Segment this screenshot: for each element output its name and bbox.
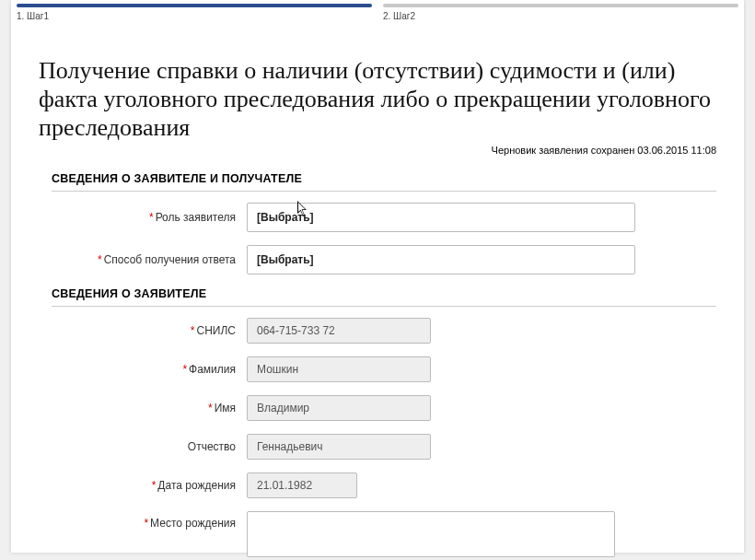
required-asterisk: * bbox=[98, 253, 102, 266]
role-label-wrap: *Роль заявителя bbox=[52, 211, 247, 224]
role-label: Роль заявителя bbox=[156, 211, 236, 224]
snils-label-wrap: *СНИЛС bbox=[52, 324, 247, 337]
content-area: Получение справки о наличии (отсутствии)… bbox=[11, 56, 744, 560]
reply-method-label: Способ получения ответа bbox=[104, 253, 236, 266]
patronymic-field-wrap bbox=[247, 434, 431, 460]
lastname-label: Фамилия bbox=[189, 363, 236, 376]
reply-method-field-wrap: [Выбрать] bbox=[247, 245, 635, 274]
row-snils: *СНИЛС bbox=[52, 318, 716, 344]
step-1-bar bbox=[17, 4, 372, 7]
page-title: Получение справки о наличии (отсутствии)… bbox=[39, 56, 716, 143]
step-2-bar bbox=[383, 4, 738, 7]
birthplace-label: Место рождения bbox=[150, 517, 236, 530]
required-asterisk: * bbox=[208, 402, 213, 414]
reply-method-select[interactable]: [Выбрать] bbox=[247, 245, 635, 274]
row-role: *Роль заявителя [Выбрать] bbox=[52, 203, 716, 232]
section2-header: СВЕДЕНИЯ О ЗАЯВИТЕЛЕ bbox=[52, 287, 716, 307]
role-select[interactable]: [Выбрать] bbox=[247, 203, 635, 232]
birthplace-field-wrap bbox=[247, 511, 615, 560]
patronymic-label: Отчество bbox=[188, 440, 236, 453]
role-select-value: [Выбрать] bbox=[257, 211, 314, 224]
row-patronymic: Отчество bbox=[52, 434, 716, 460]
dob-field-wrap bbox=[247, 472, 357, 498]
required-asterisk: * bbox=[191, 324, 195, 337]
required-asterisk: * bbox=[152, 479, 157, 492]
stepper: 1. Шаг1 2. Шаг2 bbox=[11, 0, 744, 21]
snils-label: СНИЛС bbox=[197, 324, 237, 337]
draft-saved-text: Черновик заявления сохранен 03.06.2015 1… bbox=[39, 145, 716, 156]
step-1[interactable]: 1. Шаг1 bbox=[11, 4, 378, 21]
firstname-field-wrap bbox=[247, 395, 431, 421]
lastname-label-wrap: *Фамилия bbox=[52, 363, 247, 376]
firstname-input[interactable] bbox=[247, 395, 431, 421]
role-field-wrap: [Выбрать] bbox=[247, 203, 635, 232]
firstname-label: Имя bbox=[215, 402, 236, 414]
row-dob: *Дата рождения bbox=[52, 472, 716, 498]
lastname-field-wrap bbox=[247, 356, 431, 382]
section-applicant-recipient: СВЕДЕНИЯ О ЗАЯВИТЕЛЕ И ПОЛУЧАТЕЛЕ *Роль … bbox=[52, 172, 716, 274]
required-asterisk: * bbox=[182, 363, 187, 376]
row-reply-method: *Способ получения ответа [Выбрать] bbox=[52, 245, 716, 274]
row-firstname: *Имя bbox=[52, 395, 716, 421]
section1-header: СВЕДЕНИЯ О ЗАЯВИТЕЛЕ И ПОЛУЧАТЕЛЕ bbox=[52, 172, 716, 192]
required-asterisk: * bbox=[144, 517, 148, 530]
step-1-label: 1. Шаг1 bbox=[17, 11, 49, 21]
step-2-label: 2. Шаг2 bbox=[383, 11, 415, 21]
lastname-input[interactable] bbox=[247, 356, 431, 382]
step-2[interactable]: 2. Шаг2 bbox=[378, 4, 744, 21]
dob-label-wrap: *Дата рождения bbox=[52, 479, 247, 492]
birthplace-label-wrap: *Место рождения bbox=[52, 511, 247, 530]
required-asterisk: * bbox=[149, 211, 154, 224]
row-lastname: *Фамилия bbox=[52, 356, 716, 382]
reply-method-label-wrap: *Способ получения ответа bbox=[52, 253, 247, 266]
dob-input[interactable] bbox=[247, 472, 357, 498]
snils-input[interactable] bbox=[247, 318, 431, 344]
birthplace-textarea[interactable] bbox=[247, 511, 615, 557]
reply-method-select-value: [Выбрать] bbox=[257, 253, 314, 266]
dob-label: Дата рождения bbox=[157, 479, 236, 492]
section-applicant-details: СВЕДЕНИЯ О ЗАЯВИТЕЛЕ *СНИЛС *Фамилия bbox=[52, 287, 716, 560]
snils-field-wrap bbox=[247, 318, 431, 344]
page-container: 1. Шаг1 2. Шаг2 Получение справки о нали… bbox=[11, 0, 744, 553]
patronymic-label-wrap: Отчество bbox=[52, 440, 247, 453]
row-birthplace: *Место рождения bbox=[52, 511, 716, 560]
firstname-label-wrap: *Имя bbox=[52, 402, 247, 414]
patronymic-input[interactable] bbox=[247, 434, 431, 460]
